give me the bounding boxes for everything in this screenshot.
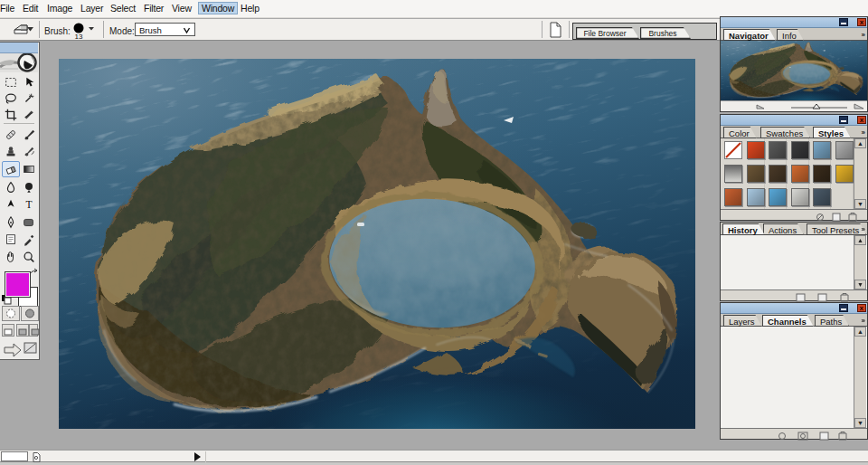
svg-text:T: T <box>25 199 32 210</box>
svg-text:13: 13 <box>75 33 83 40</box>
